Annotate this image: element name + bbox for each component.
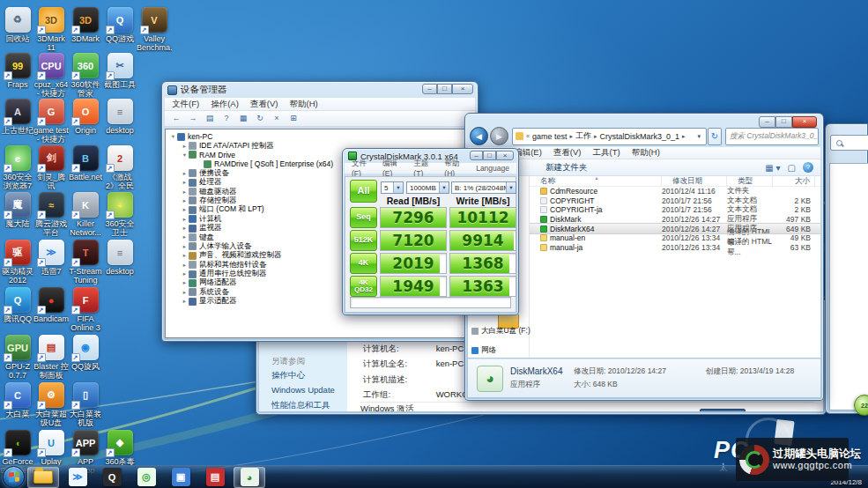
taskbar-button[interactable]: ◕ xyxy=(234,467,265,488)
tree-expander-icon[interactable]: ▸ xyxy=(181,216,189,223)
help-icon[interactable]: ? xyxy=(803,162,813,173)
menu-item[interactable]: 帮助(H) xyxy=(632,147,660,159)
tree-expander-icon[interactable]: ▸ xyxy=(181,170,189,177)
minimize-button[interactable]: – xyxy=(422,84,437,94)
desktop-icon[interactable]: ♻ ↗ 回收站 xyxy=(0,7,35,43)
toolbar-button[interactable]: ? xyxy=(220,113,233,125)
nav-item-usb-drive[interactable]: 大白菜U盘 (F:) xyxy=(471,326,530,336)
toolbar-button[interactable]: ↻ xyxy=(254,113,266,125)
file-row[interactable]: DiskMarkX64 2010/12/26 14:27 应用程序 649 KB xyxy=(530,224,820,233)
tree-expander-icon[interactable]: ▸ xyxy=(181,197,189,204)
crystaldiskmark-titlebar[interactable]: CrystalDiskMark 3.0.1 x64 – □ × xyxy=(343,149,518,163)
desktop-icon[interactable]: Q ↗ 腾讯QQ xyxy=(0,287,35,323)
tree-expander-icon[interactable]: ▸ xyxy=(181,270,189,277)
toolbar-button[interactable]: → xyxy=(187,113,199,125)
run-4kqd32-test-button[interactable]: 4K QD32 xyxy=(350,276,377,297)
desktop-icon[interactable]: ✂ ↗ 截图工具 xyxy=(102,53,137,89)
comment-input[interactable] xyxy=(350,297,511,308)
desktop-icon[interactable]: + ↗ 360安全卫士 xyxy=(102,192,137,237)
column-header-type[interactable]: 类型 xyxy=(727,176,773,186)
tree-expander-icon[interactable]: ▸ xyxy=(181,252,189,259)
desktop-icon[interactable]: ⚙ ↗ 大白菜超级U盘 xyxy=(33,382,69,427)
menu-item[interactable]: 查看(V) xyxy=(250,99,278,110)
column-header-date[interactable]: 修改日期 xyxy=(662,176,727,186)
minimize-button[interactable]: – xyxy=(470,151,483,160)
desktop-icon[interactable]: ● ↗ Bandicam xyxy=(33,287,69,323)
column-header-name[interactable]: ▴ 名称 xyxy=(530,176,662,186)
desktop-icon[interactable]: V ↗ Valley Benchma... xyxy=(137,7,172,52)
breadcrumb-segment[interactable]: game test xyxy=(530,132,569,141)
desktop-icon[interactable]: 魔 ↗ 魔大陆 xyxy=(0,192,35,228)
menu-item[interactable]: Language xyxy=(476,164,509,173)
desktop-icon[interactable]: 剑 ↗ 剑灵_腾讯 xyxy=(33,145,69,190)
file-row[interactable]: COPYRIGHT-ja 2010/1/7 21:56 文本文档 2 KB xyxy=(530,205,820,215)
column-header-size[interactable]: 大小 xyxy=(773,176,815,186)
test-count-select[interactable]: 5▼ xyxy=(381,181,404,194)
desktop-icon[interactable]: 驱 ↗ 驱动精灵2012 xyxy=(0,240,35,285)
breadcrumb-segment[interactable]: CrystalDiskMark3_0_1 xyxy=(597,132,681,141)
maximize-button[interactable]: □ xyxy=(483,151,496,160)
desktop-icon[interactable]: ≈ ↗ 腾云游戏平台 xyxy=(33,192,69,237)
desktop-icon[interactable]: ▯ ↗ 大白菜装机版 xyxy=(68,382,103,427)
tree-expander-icon[interactable]: ▾ xyxy=(169,133,177,140)
tree-expander-icon[interactable]: ▸ xyxy=(181,206,189,213)
sidebar-link-performance[interactable]: 性能信息和工具 xyxy=(271,400,330,411)
run-seq-test-button[interactable]: Seq xyxy=(350,207,377,228)
desktop-icon[interactable]: 2 ↗ 《激战2》全民测试版 xyxy=(102,145,137,190)
desktop-icon[interactable]: ▤ ↗ Blaster 控制面板 xyxy=(33,335,69,380)
run-all-tests-button[interactable]: All xyxy=(350,180,377,203)
desktop-icon[interactable]: ≡ ↗ desktop xyxy=(102,99,137,135)
desktop-icon[interactable]: Q ↗ QQ游戏 xyxy=(102,7,137,43)
address-bar[interactable]: « game test▸ 工作▸ CrystalDiskMark3_0_1▸ ▾ xyxy=(512,128,707,145)
tree-expander-icon[interactable]: ▸ xyxy=(181,143,189,150)
close-button[interactable]: × xyxy=(452,84,473,94)
run-4k-test-button[interactable]: 4K xyxy=(350,253,377,274)
maximize-button[interactable]: □ xyxy=(437,84,452,94)
breadcrumb-segment[interactable]: 工作 xyxy=(574,130,593,142)
crystaldiskmark-window[interactable]: CrystalDiskMark 3.0.1 x64 – □ × 文件(F) 编辑… xyxy=(342,148,519,315)
taskbar-button[interactable]: Q xyxy=(96,467,128,488)
search-input[interactable]: 搜索 CrystalDiskMark3_0_1 xyxy=(725,128,819,145)
desktop-icon[interactable]: ≫ ↗ 迅雷7 xyxy=(33,240,69,276)
desktop-icon[interactable]: T ↗ T-Stream Tuning xyxy=(68,240,103,285)
desktop-icon[interactable]: U ↗ Uplay xyxy=(33,430,69,466)
device-manager-titlebar[interactable]: 设备管理器 – □ × xyxy=(162,82,478,98)
menu-item[interactable]: 文件(F) xyxy=(172,99,199,110)
menu-item[interactable]: 工具(T) xyxy=(592,147,619,159)
tree-expander-icon[interactable]: ▸ xyxy=(181,243,189,250)
tree-expander-icon[interactable]: ▸ xyxy=(181,179,189,186)
preview-pane-button[interactable]: ▢ xyxy=(788,163,796,173)
background-window-edge[interactable] xyxy=(825,123,868,414)
tree-expander-icon[interactable]: ▸ xyxy=(181,262,189,269)
desktop-icon[interactable]: B ↗ Battle.net xyxy=(68,145,103,181)
desktop-icon[interactable]: G ↗ game test - 快捷方式 xyxy=(33,99,69,144)
toolbar-button[interactable]: ← xyxy=(170,113,182,125)
test-size-select[interactable]: 1000MB▼ xyxy=(406,181,449,194)
tree-expander-icon[interactable]: ▸ xyxy=(181,289,189,296)
taskbar-button[interactable] xyxy=(27,467,59,488)
change-settings-button[interactable] xyxy=(700,409,746,411)
file-row[interactable]: manual-ja 2010/12/26 13:34 编译的 HTML 帮...… xyxy=(530,243,820,253)
desktop-icon[interactable]: e ↗ 360安全浏览器7 xyxy=(0,145,35,190)
tree-expander-icon[interactable]: ▸ xyxy=(181,225,189,232)
menu-item[interactable]: 帮助(H) xyxy=(289,99,317,110)
desktop-icon[interactable]: C ↗ 大白菜 xyxy=(0,382,35,418)
file-row[interactable]: manual-en 2010/12/26 13:34 编译的 HTML 帮...… xyxy=(530,233,820,243)
desktop-icon[interactable]: ◉ ↗ QQ旋风 xyxy=(68,335,103,371)
toolbar-button[interactable]: × xyxy=(271,113,283,125)
breadcrumb-separator-icon[interactable]: ▸ xyxy=(681,133,686,140)
desktop-icon[interactable]: 360 ↗ 360软件管家 xyxy=(68,53,103,98)
close-button[interactable]: × xyxy=(496,151,514,160)
taskbar-button[interactable]: ▤ xyxy=(199,467,231,488)
desktop-icon[interactable]: A ↗ 上古世纪 xyxy=(0,99,35,135)
toolbar-button[interactable]: ⊞ xyxy=(287,113,300,125)
sidebar-link-windows-update[interactable]: Windows Update xyxy=(271,385,335,395)
refresh-button[interactable]: ↻ xyxy=(708,128,722,145)
forward-button[interactable]: ▶ xyxy=(490,127,508,145)
nav-item-network[interactable]: 网络 xyxy=(471,345,496,356)
file-row[interactable]: CdmResource 2010/12/4 11:16 文件夹 xyxy=(530,187,820,196)
tree-expander-icon[interactable]: ▸ xyxy=(181,233,189,240)
desktop-icon[interactable]: ◆ ↗ 360杀毒 xyxy=(102,430,137,466)
change-view-button[interactable]: ▦ ▾ xyxy=(765,163,780,173)
desktop-icon[interactable]: 3D ↗ 3DMark 11 xyxy=(33,7,69,52)
